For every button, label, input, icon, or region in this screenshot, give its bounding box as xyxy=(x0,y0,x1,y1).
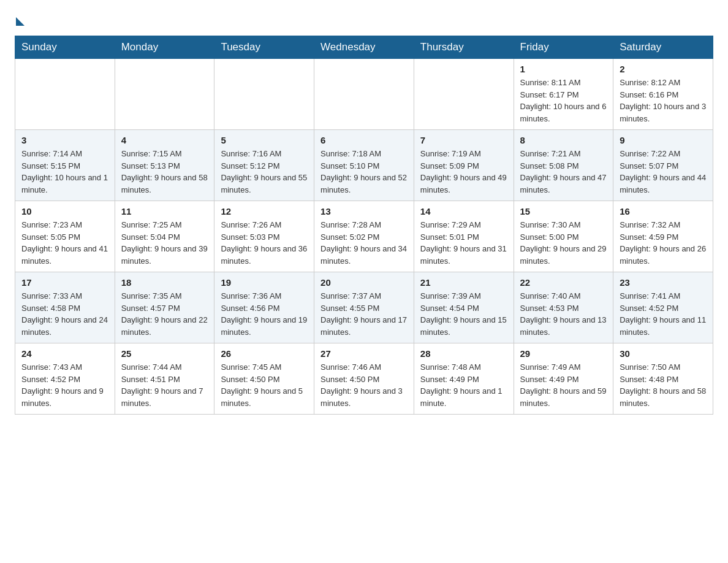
calendar-table: SundayMondayTuesdayWednesdayThursdayFrid… xyxy=(15,36,713,415)
day-info: Sunrise: 7:48 AM Sunset: 4:49 PM Dayligh… xyxy=(420,361,507,409)
day-number: 11 xyxy=(121,206,208,216)
day-number: 16 xyxy=(620,206,707,216)
day-number: 18 xyxy=(121,277,208,288)
day-number: 19 xyxy=(221,277,308,288)
calendar-cell: 19Sunrise: 7:36 AM Sunset: 4:56 PM Dayli… xyxy=(214,272,314,343)
day-number: 5 xyxy=(221,135,308,145)
day-of-week-header: Monday xyxy=(115,36,214,59)
day-number: 10 xyxy=(21,206,108,216)
day-number: 7 xyxy=(420,135,507,145)
day-info: Sunrise: 7:40 AM Sunset: 4:53 PM Dayligh… xyxy=(520,290,607,338)
day-info: Sunrise: 7:22 AM Sunset: 5:07 PM Dayligh… xyxy=(620,148,707,196)
calendar-cell: 6Sunrise: 7:18 AM Sunset: 5:10 PM Daylig… xyxy=(314,130,414,201)
day-number: 14 xyxy=(420,206,507,216)
day-info: Sunrise: 7:49 AM Sunset: 4:49 PM Dayligh… xyxy=(520,361,607,409)
day-info: Sunrise: 7:44 AM Sunset: 4:51 PM Dayligh… xyxy=(121,361,208,409)
calendar-cell: 4Sunrise: 7:15 AM Sunset: 5:13 PM Daylig… xyxy=(115,130,214,201)
logo xyxy=(15,15,25,26)
day-info: Sunrise: 7:39 AM Sunset: 4:54 PM Dayligh… xyxy=(420,290,507,338)
calendar-cell xyxy=(314,59,414,130)
calendar-cell: 8Sunrise: 7:21 AM Sunset: 5:08 PM Daylig… xyxy=(514,130,613,201)
day-of-week-header: Thursday xyxy=(414,36,514,59)
calendar-cell: 30Sunrise: 7:50 AM Sunset: 4:48 PM Dayli… xyxy=(613,343,713,415)
day-info: Sunrise: 7:15 AM Sunset: 5:13 PM Dayligh… xyxy=(121,148,208,196)
day-info: Sunrise: 7:41 AM Sunset: 4:52 PM Dayligh… xyxy=(620,290,707,338)
day-info: Sunrise: 7:33 AM Sunset: 4:58 PM Dayligh… xyxy=(21,290,108,338)
day-info: Sunrise: 7:18 AM Sunset: 5:10 PM Dayligh… xyxy=(320,148,408,196)
day-of-week-header: Sunday xyxy=(15,36,115,59)
day-info: Sunrise: 7:14 AM Sunset: 5:15 PM Dayligh… xyxy=(21,148,108,196)
calendar-cell: 17Sunrise: 7:33 AM Sunset: 4:58 PM Dayli… xyxy=(15,272,115,343)
day-number: 27 xyxy=(320,348,408,359)
calendar-header-row: SundayMondayTuesdayWednesdayThursdayFrid… xyxy=(15,36,713,59)
calendar-cell: 18Sunrise: 7:35 AM Sunset: 4:57 PM Dayli… xyxy=(115,272,214,343)
logo-arrow-icon xyxy=(16,17,25,26)
day-info: Sunrise: 8:11 AM Sunset: 6:17 PM Dayligh… xyxy=(520,77,607,124)
day-number: 13 xyxy=(320,206,408,216)
page-header xyxy=(15,15,713,26)
calendar-cell: 24Sunrise: 7:43 AM Sunset: 4:52 PM Dayli… xyxy=(15,343,115,415)
calendar-week-row: 17Sunrise: 7:33 AM Sunset: 4:58 PM Dayli… xyxy=(15,272,713,343)
day-info: Sunrise: 7:36 AM Sunset: 4:56 PM Dayligh… xyxy=(221,290,308,338)
day-number: 22 xyxy=(520,277,607,288)
day-number: 3 xyxy=(21,135,108,145)
day-of-week-header: Saturday xyxy=(613,36,713,59)
day-info: Sunrise: 7:30 AM Sunset: 5:00 PM Dayligh… xyxy=(520,219,607,267)
calendar-cell: 12Sunrise: 7:26 AM Sunset: 5:03 PM Dayli… xyxy=(214,201,314,272)
calendar-cell: 29Sunrise: 7:49 AM Sunset: 4:49 PM Dayli… xyxy=(514,343,613,415)
calendar-week-row: 10Sunrise: 7:23 AM Sunset: 5:05 PM Dayli… xyxy=(15,201,713,272)
day-info: Sunrise: 7:45 AM Sunset: 4:50 PM Dayligh… xyxy=(221,361,308,409)
calendar-cell: 26Sunrise: 7:45 AM Sunset: 4:50 PM Dayli… xyxy=(214,343,314,415)
day-number: 21 xyxy=(420,277,507,288)
calendar-cell: 14Sunrise: 7:29 AM Sunset: 5:01 PM Dayli… xyxy=(414,201,514,272)
calendar-cell: 2Sunrise: 8:12 AM Sunset: 6:16 PM Daylig… xyxy=(613,59,713,130)
day-info: Sunrise: 7:19 AM Sunset: 5:09 PM Dayligh… xyxy=(420,148,507,196)
day-info: Sunrise: 7:46 AM Sunset: 4:50 PM Dayligh… xyxy=(320,361,408,409)
calendar-cell xyxy=(214,59,314,130)
calendar-cell: 11Sunrise: 7:25 AM Sunset: 5:04 PM Dayli… xyxy=(115,201,214,272)
day-number: 2 xyxy=(620,64,707,74)
day-info: Sunrise: 7:29 AM Sunset: 5:01 PM Dayligh… xyxy=(420,219,507,267)
day-info: Sunrise: 7:21 AM Sunset: 5:08 PM Dayligh… xyxy=(520,148,607,196)
calendar-cell: 16Sunrise: 7:32 AM Sunset: 4:59 PM Dayli… xyxy=(613,201,713,272)
day-number: 23 xyxy=(620,277,707,288)
day-number: 1 xyxy=(520,64,607,74)
day-number: 4 xyxy=(121,135,208,145)
day-info: Sunrise: 7:28 AM Sunset: 5:02 PM Dayligh… xyxy=(320,219,408,267)
day-of-week-header: Wednesday xyxy=(314,36,414,59)
day-number: 15 xyxy=(520,206,607,216)
day-number: 26 xyxy=(221,348,308,359)
day-of-week-header: Friday xyxy=(514,36,613,59)
calendar-cell: 10Sunrise: 7:23 AM Sunset: 5:05 PM Dayli… xyxy=(15,201,115,272)
day-info: Sunrise: 7:32 AM Sunset: 4:59 PM Dayligh… xyxy=(620,219,707,267)
calendar-cell: 23Sunrise: 7:41 AM Sunset: 4:52 PM Dayli… xyxy=(613,272,713,343)
calendar-cell: 3Sunrise: 7:14 AM Sunset: 5:15 PM Daylig… xyxy=(15,130,115,201)
day-number: 25 xyxy=(121,348,208,359)
day-info: Sunrise: 8:12 AM Sunset: 6:16 PM Dayligh… xyxy=(620,77,707,124)
day-number: 29 xyxy=(520,348,607,359)
calendar-cell: 28Sunrise: 7:48 AM Sunset: 4:49 PM Dayli… xyxy=(414,343,514,415)
day-info: Sunrise: 7:23 AM Sunset: 5:05 PM Dayligh… xyxy=(21,219,108,267)
calendar-week-row: 3Sunrise: 7:14 AM Sunset: 5:15 PM Daylig… xyxy=(15,130,713,201)
day-info: Sunrise: 7:50 AM Sunset: 4:48 PM Dayligh… xyxy=(620,361,707,409)
calendar-cell: 27Sunrise: 7:46 AM Sunset: 4:50 PM Dayli… xyxy=(314,343,414,415)
day-number: 24 xyxy=(21,348,108,359)
calendar-cell xyxy=(414,59,514,130)
day-number: 28 xyxy=(420,348,507,359)
calendar-cell: 25Sunrise: 7:44 AM Sunset: 4:51 PM Dayli… xyxy=(115,343,214,415)
calendar-cell: 20Sunrise: 7:37 AM Sunset: 4:55 PM Dayli… xyxy=(314,272,414,343)
calendar-cell: 5Sunrise: 7:16 AM Sunset: 5:12 PM Daylig… xyxy=(214,130,314,201)
calendar-cell: 9Sunrise: 7:22 AM Sunset: 5:07 PM Daylig… xyxy=(613,130,713,201)
day-number: 20 xyxy=(320,277,408,288)
calendar-cell: 7Sunrise: 7:19 AM Sunset: 5:09 PM Daylig… xyxy=(414,130,514,201)
day-number: 17 xyxy=(21,277,108,288)
day-info: Sunrise: 7:16 AM Sunset: 5:12 PM Dayligh… xyxy=(221,148,308,196)
day-number: 6 xyxy=(320,135,408,145)
day-number: 30 xyxy=(620,348,707,359)
day-of-week-header: Tuesday xyxy=(214,36,314,59)
day-number: 12 xyxy=(221,206,308,216)
day-info: Sunrise: 7:25 AM Sunset: 5:04 PM Dayligh… xyxy=(121,219,208,267)
calendar-cell: 21Sunrise: 7:39 AM Sunset: 4:54 PM Dayli… xyxy=(414,272,514,343)
calendar-cell: 1Sunrise: 8:11 AM Sunset: 6:17 PM Daylig… xyxy=(514,59,613,130)
day-number: 8 xyxy=(520,135,607,145)
